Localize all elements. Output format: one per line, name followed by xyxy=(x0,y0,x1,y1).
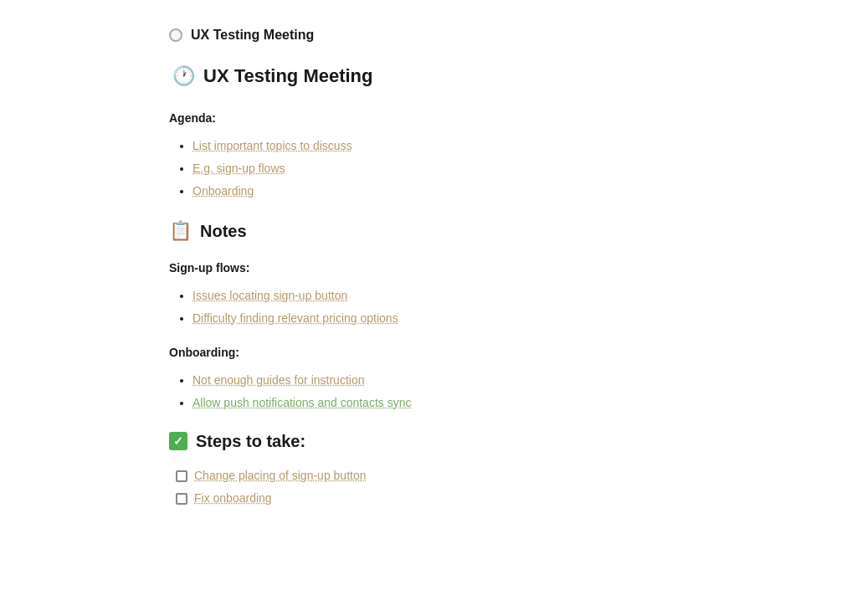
agenda-item-3: Onboarding xyxy=(192,182,688,200)
top-title: UX Testing Meeting xyxy=(191,25,314,45)
main-title: UX Testing Meeting xyxy=(203,62,373,90)
step-checkbox-2[interactable] xyxy=(176,493,187,505)
main-title-row: 🕐 UX Testing Meeting xyxy=(169,62,688,90)
onboarding-item-1: Not enough guides for instruction xyxy=(192,372,688,389)
notes-icon: 📋 xyxy=(169,217,192,244)
onboarding-section: Onboarding: Not enough guides for instru… xyxy=(169,344,688,412)
signup-item-1-text[interactable]: Issues locating sign-up button xyxy=(192,289,347,302)
agenda-label: Agenda: xyxy=(169,110,688,127)
agenda-section: Agenda: List important topics to discuss… xyxy=(169,110,688,200)
step-item-1-text[interactable]: Change placing of sign-up button xyxy=(194,467,366,485)
signup-item-1: Issues locating sign-up button xyxy=(192,287,688,305)
agenda-item-1-text[interactable]: List important topics to discuss xyxy=(192,139,352,152)
page-container: UX Testing Meeting 🕐 UX Testing Meeting … xyxy=(136,0,721,537)
onboarding-item-2: Allow push notifications and contacts sy… xyxy=(192,394,688,412)
agenda-item-2-text[interactable]: E.g. sign-up flows xyxy=(192,162,285,175)
agenda-item-2: E.g. sign-up flows xyxy=(192,160,688,177)
onboarding-item-1-text[interactable]: Not enough guides for instruction xyxy=(192,373,364,387)
clock-icon: 🕐 xyxy=(172,62,195,90)
top-title-row: UX Testing Meeting xyxy=(169,25,688,45)
steps-list: Change placing of sign-up button Fix onb… xyxy=(169,467,688,507)
onboarding-list: Not enough guides for instruction Allow … xyxy=(169,372,688,412)
steps-heading: Steps to take: xyxy=(196,429,305,454)
agenda-item-3-text[interactable]: Onboarding xyxy=(192,184,254,198)
signup-flows-list: Issues locating sign-up button Difficult… xyxy=(169,287,688,327)
green-checkbox-icon xyxy=(169,432,187,450)
step-item-2-text[interactable]: Fix onboarding xyxy=(194,490,272,507)
onboarding-item-2-text[interactable]: Allow push notifications and contacts sy… xyxy=(192,396,411,409)
signup-flows-section: Sign-up flows: Issues locating sign-up b… xyxy=(169,259,688,327)
notes-heading: Notes xyxy=(200,218,247,244)
steps-heading-row: Steps to take: xyxy=(169,429,688,454)
step-item-2: Fix onboarding xyxy=(176,490,688,507)
radio-icon[interactable] xyxy=(169,28,182,42)
agenda-list: List important topics to discuss E.g. si… xyxy=(169,137,688,200)
step-item-1: Change placing of sign-up button xyxy=(176,467,688,485)
agenda-item-1: List important topics to discuss xyxy=(192,137,688,155)
step-checkbox-1[interactable] xyxy=(176,470,187,482)
onboarding-label: Onboarding: xyxy=(169,344,688,362)
notes-heading-row: 📋 Notes xyxy=(169,217,688,244)
signup-flows-label: Sign-up flows: xyxy=(169,259,688,277)
signup-item-2: Difficulty finding relevant pricing opti… xyxy=(192,310,688,327)
signup-item-2-text[interactable]: Difficulty finding relevant pricing opti… xyxy=(192,311,398,325)
